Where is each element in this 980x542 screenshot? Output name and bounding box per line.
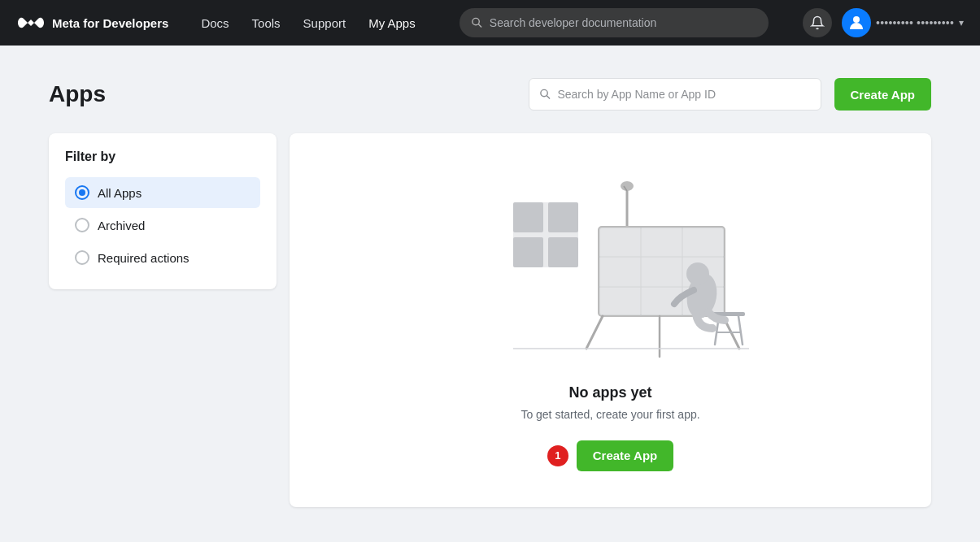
bell-icon bbox=[810, 15, 825, 30]
empty-state-title: No apps yet bbox=[568, 384, 651, 401]
nav-links: Docs Tools Support My Apps bbox=[191, 11, 425, 35]
avatar bbox=[842, 8, 871, 37]
nav-support[interactable]: Support bbox=[294, 11, 356, 35]
filter-options: All Apps Archived Required actions bbox=[65, 177, 260, 273]
app-search-icon bbox=[539, 88, 551, 101]
body-layout: Filter by All Apps Archived Required act… bbox=[49, 133, 931, 507]
page-header: Apps Create App bbox=[49, 78, 931, 111]
svg-point-3 bbox=[540, 89, 547, 96]
filter-title: Filter by bbox=[65, 150, 260, 164]
avatar-icon bbox=[847, 13, 866, 33]
nav-right: ••••••••• ••••••••• ▾ bbox=[803, 8, 964, 37]
filter-archived-label: Archived bbox=[98, 219, 145, 232]
filter-required-actions-label: Required actions bbox=[98, 251, 189, 265]
create-app-button-header[interactable]: Create App bbox=[834, 78, 931, 111]
svg-rect-6 bbox=[513, 202, 543, 232]
svg-point-27 bbox=[686, 262, 709, 285]
cta-row: 1 Create App bbox=[547, 440, 673, 471]
page-title: Apps bbox=[49, 81, 106, 107]
chevron-down-icon: ▾ bbox=[959, 17, 964, 28]
svg-line-24 bbox=[738, 316, 743, 345]
cta-badge: 1 bbox=[547, 445, 568, 466]
doc-search-input[interactable] bbox=[490, 16, 757, 29]
user-name: ••••••••• ••••••••• bbox=[876, 16, 954, 29]
notification-bell[interactable] bbox=[803, 8, 832, 37]
svg-rect-9 bbox=[548, 237, 578, 267]
svg-point-0 bbox=[473, 18, 479, 24]
filter-all-apps-label: All Apps bbox=[98, 186, 142, 200]
app-search-input[interactable] bbox=[557, 88, 810, 101]
filter-required-actions[interactable]: Required actions bbox=[65, 242, 260, 273]
svg-point-11 bbox=[621, 181, 634, 191]
radio-archived bbox=[75, 218, 89, 232]
navbar: Meta for Developers Docs Tools Support M… bbox=[0, 0, 980, 46]
meta-logo-icon bbox=[16, 15, 46, 31]
radio-required-actions bbox=[75, 250, 89, 265]
brand[interactable]: Meta for Developers bbox=[16, 15, 168, 31]
app-search-bar[interactable] bbox=[529, 78, 821, 111]
filter-archived[interactable]: Archived bbox=[65, 210, 260, 241]
page-content: Apps Create App Filter by All Apps bbox=[0, 46, 980, 542]
nav-tools[interactable]: Tools bbox=[242, 11, 290, 35]
filter-panel: Filter by All Apps Archived Required act… bbox=[49, 133, 277, 289]
empty-state-subtitle: To get started, create your first app. bbox=[520, 408, 699, 421]
header-right: Create App bbox=[529, 78, 931, 111]
filter-all-apps[interactable]: All Apps bbox=[65, 177, 260, 208]
create-app-button-cta[interactable]: Create App bbox=[577, 440, 673, 471]
svg-point-2 bbox=[853, 16, 860, 23]
empty-state-illustration bbox=[464, 170, 757, 365]
nav-docs[interactable]: Docs bbox=[191, 11, 238, 35]
user-menu[interactable]: ••••••••• ••••••••• ▾ bbox=[842, 8, 964, 37]
empty-state: No apps yet To get started, create your … bbox=[448, 137, 773, 504]
doc-search-bar[interactable] bbox=[460, 8, 769, 37]
svg-line-4 bbox=[547, 96, 550, 99]
svg-line-19 bbox=[586, 316, 603, 349]
main-panel: No apps yet To get started, create your … bbox=[290, 133, 931, 507]
svg-line-1 bbox=[478, 24, 481, 28]
nav-search-area bbox=[448, 8, 780, 37]
nav-my-apps[interactable]: My Apps bbox=[359, 11, 425, 35]
svg-rect-8 bbox=[513, 237, 543, 267]
brand-label: Meta for Developers bbox=[52, 16, 168, 30]
radio-all-apps bbox=[75, 185, 89, 200]
search-icon bbox=[471, 16, 483, 29]
svg-rect-7 bbox=[548, 202, 578, 232]
